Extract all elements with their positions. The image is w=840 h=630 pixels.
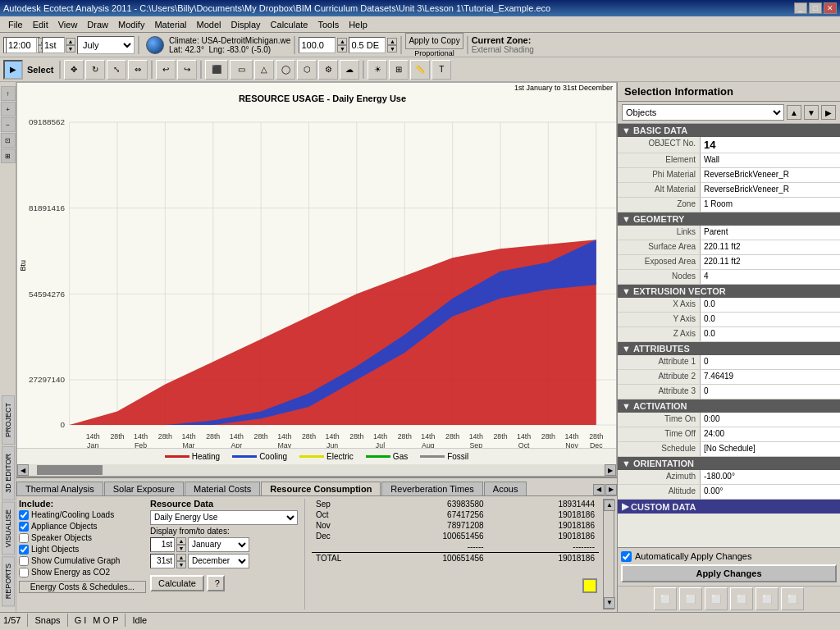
- day-up-btn[interactable]: ▲: [66, 38, 75, 45]
- tab-reverb[interactable]: Reverberation Times: [381, 482, 483, 495]
- table-scroll-track[interactable]: [604, 511, 614, 597]
- check-co2[interactable]: Show Energy as CO2: [19, 568, 146, 578]
- rb-tool-2[interactable]: ⬜: [679, 587, 702, 610]
- rotate-tool-btn[interactable]: ↻: [85, 60, 105, 80]
- measure-btn[interactable]: 📏: [410, 60, 430, 80]
- check-heating-cooling[interactable]: Heating/Cooling Loads: [19, 510, 146, 520]
- draw-tool6-btn[interactable]: ⚙: [318, 60, 338, 80]
- scroll-indicator-btn[interactable]: [582, 578, 597, 593]
- from-month-select[interactable]: JanuaryFebruaryMarchApril MayJuneJulyAug…: [188, 537, 249, 552]
- menu-calculate[interactable]: Calculate: [266, 19, 313, 30]
- check-appliance[interactable]: Appliance Objects: [19, 522, 146, 532]
- check-heating-cooling-input[interactable]: [19, 510, 29, 520]
- vert-tab-visualise[interactable]: VISUALISE: [2, 502, 15, 555]
- menu-modify[interactable]: Modify: [113, 19, 149, 30]
- scale-tool-btn[interactable]: ⤡: [107, 60, 126, 80]
- check-speaker[interactable]: Speaker Objects: [19, 533, 146, 543]
- check-cumulative[interactable]: Show Cumulative Graph: [19, 556, 146, 566]
- sidebar-btn-2[interactable]: ⊞: [1, 148, 16, 163]
- calculate-btn[interactable]: Calculate: [150, 575, 204, 591]
- percent-down-btn[interactable]: ▼: [337, 45, 347, 52]
- help-btn[interactable]: ?: [207, 575, 225, 591]
- chart-scroll-right-btn[interactable]: ▶: [605, 464, 616, 476]
- tab-acous[interactable]: Acous: [484, 482, 527, 495]
- nav-up-btn[interactable]: ▲: [787, 105, 801, 120]
- tab-prev-btn[interactable]: ◀: [593, 484, 605, 495]
- from-day-input[interactable]: [150, 537, 175, 552]
- draw-tool2-btn[interactable]: ▭: [230, 60, 253, 80]
- menu-draw[interactable]: Draw: [82, 19, 113, 30]
- from-day-down-btn[interactable]: ▼: [176, 545, 186, 552]
- tab-solar[interactable]: Solar Exposure: [104, 482, 184, 495]
- menu-material[interactable]: Material: [149, 19, 191, 30]
- check-light[interactable]: Light Objects: [19, 545, 146, 555]
- de-down-btn[interactable]: ▼: [387, 45, 397, 52]
- month-select[interactable]: July January February March April May Ju…: [77, 36, 135, 54]
- check-speaker-input[interactable]: [19, 533, 29, 543]
- vert-tab-reports[interactable]: REPORTS: [2, 556, 15, 606]
- check-cumulative-input[interactable]: [19, 556, 29, 566]
- menu-edit[interactable]: Edit: [28, 19, 53, 30]
- menu-display[interactable]: Display: [226, 19, 266, 30]
- table-scroll-up-btn[interactable]: ▲: [604, 500, 615, 511]
- to-month-select[interactable]: JanuaryFebruaryMarchApril MayJuneJulyAug…: [188, 554, 249, 568]
- objects-select[interactable]: Objects: [622, 104, 784, 121]
- menu-help[interactable]: Help: [344, 19, 372, 30]
- minimize-btn[interactable]: _: [794, 2, 807, 14]
- tab-resource[interactable]: Resource Consumption: [261, 482, 381, 495]
- time-input[interactable]: 12:00: [6, 37, 37, 53]
- vert-tab-project[interactable]: PROJECT: [2, 395, 15, 445]
- sidebar-btn-fit[interactable]: ⊡: [1, 133, 16, 148]
- percent-input[interactable]: [299, 37, 336, 53]
- day-down-btn[interactable]: ▼: [66, 45, 75, 52]
- to-day-down-btn[interactable]: ▼: [176, 561, 186, 568]
- apply-changes-btn[interactable]: Apply Changes: [621, 564, 837, 582]
- menu-file[interactable]: File: [3, 19, 28, 30]
- tab-thermal[interactable]: Thermal Analysis: [16, 482, 103, 495]
- chart-scroll-track[interactable]: [29, 464, 605, 476]
- resource-type-select[interactable]: Daily Energy Use Monthly Energy Use: [150, 510, 298, 525]
- maximize-btn[interactable]: □: [809, 2, 822, 14]
- day-input[interactable]: [42, 37, 65, 53]
- chart-scroll-left-btn[interactable]: ◀: [17, 464, 29, 476]
- text-btn[interactable]: T: [431, 60, 451, 80]
- draw-tool3-btn[interactable]: △: [254, 60, 274, 80]
- tab-material[interactable]: Material Costs: [185, 482, 260, 495]
- menu-tools[interactable]: Tools: [313, 19, 344, 30]
- sidebar-btn-1[interactable]: ↑: [1, 86, 16, 101]
- de-up-btn[interactable]: ▲: [387, 38, 397, 45]
- draw-tool4-btn[interactable]: ◯: [276, 60, 295, 80]
- to-day-input[interactable]: [150, 554, 175, 568]
- check-co2-input[interactable]: [19, 568, 29, 578]
- menu-model[interactable]: Model: [192, 19, 226, 30]
- draw-tool7-btn[interactable]: ☁: [340, 60, 359, 80]
- rb-tool-3[interactable]: ⬜: [705, 587, 728, 610]
- vert-tab-3deditor[interactable]: 3D EDITOR: [2, 446, 15, 500]
- check-light-input[interactable]: [19, 545, 29, 555]
- undo-btn[interactable]: ↩: [156, 60, 176, 80]
- rb-tool-1[interactable]: ⬜: [654, 587, 677, 610]
- de-input[interactable]: [349, 37, 386, 53]
- energy-costs-btn[interactable]: Energy Costs & Schedules...: [19, 581, 146, 593]
- rb-tool-4[interactable]: ⬜: [730, 587, 753, 610]
- close-btn[interactable]: ✕: [824, 2, 837, 14]
- table-scroll-down-btn[interactable]: ▼: [604, 597, 615, 609]
- check-appliance-input[interactable]: [19, 522, 29, 532]
- percent-up-btn[interactable]: ▲: [337, 38, 347, 45]
- sun-tool-btn[interactable]: ☀: [368, 60, 387, 80]
- draw-wall-btn[interactable]: ⬛: [205, 60, 228, 80]
- grid-btn[interactable]: ⊞: [389, 60, 409, 80]
- nav-down-btn[interactable]: ▼: [804, 105, 819, 120]
- rb-tool-6[interactable]: ⬜: [781, 587, 804, 610]
- to-day-up-btn[interactable]: ▲: [176, 554, 186, 561]
- select-tool-btn[interactable]: ▶: [3, 60, 23, 80]
- tab-next-btn[interactable]: ▶: [605, 484, 617, 495]
- chart-scroll-thumb[interactable]: [37, 465, 103, 475]
- move-tool-btn[interactable]: ✥: [64, 60, 84, 80]
- sidebar-btn-zoom-out[interactable]: −: [1, 117, 16, 132]
- apply-to-copy-btn[interactable]: Apply to Copy: [405, 33, 463, 49]
- rb-tool-5[interactable]: ⬜: [756, 587, 778, 610]
- auto-apply-checkbox[interactable]: [621, 551, 632, 562]
- nav-end-btn[interactable]: ▶: [821, 105, 836, 120]
- menu-view[interactable]: View: [53, 19, 83, 30]
